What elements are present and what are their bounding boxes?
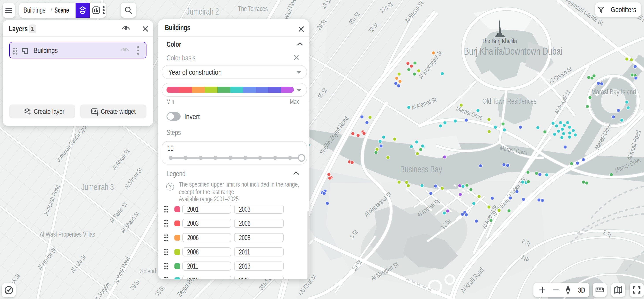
svg-text:The Burj Khalifa: The Burj Khalifa xyxy=(482,37,517,45)
svg-text:Business Bay: Business Bay xyxy=(400,164,442,174)
svg-text:Jumeirah 2: Jumeirah 2 xyxy=(186,7,219,16)
svg-text:The Terraces: The Terraces xyxy=(238,5,268,13)
svg-text:Splend: Splend xyxy=(140,267,156,275)
svg-text:Old Town Residences: Old Town Residences xyxy=(482,97,536,105)
svg-text:Jumeirah 3: Jumeirah 3 xyxy=(81,182,114,192)
svg-text:Al Wasl Properties Villas: Al Wasl Properties Villas xyxy=(40,230,95,238)
svg-text:Marasi Bay Island: Marasi Bay Island xyxy=(591,88,636,96)
svg-text:Burj Khalifa/Downtown Dubai: Burj Khalifa/Downtown Dubai xyxy=(464,46,562,57)
